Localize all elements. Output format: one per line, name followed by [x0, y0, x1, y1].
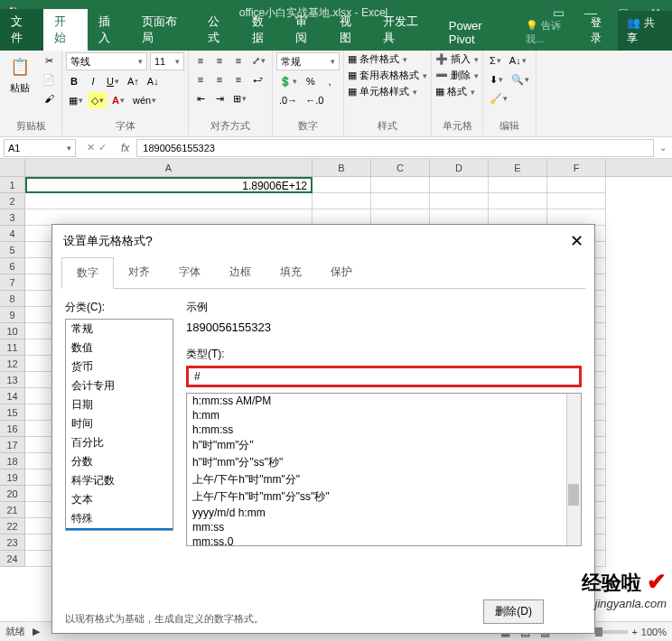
align-left-icon[interactable]: ≡ — [192, 71, 209, 88]
dlg-tab-protect[interactable]: 保护 — [316, 257, 367, 288]
zoom-in-icon[interactable]: + — [631, 627, 637, 637]
border-button[interactable]: ▦▾ — [66, 92, 86, 108]
tab-layout[interactable]: 页面布局 — [131, 9, 197, 51]
scrollbar-thumb[interactable] — [568, 484, 579, 506]
row-header[interactable]: 5 — [0, 242, 25, 258]
scrollbar[interactable] — [566, 394, 581, 545]
autosum-icon[interactable]: Σ▾ — [487, 52, 504, 69]
type-list-item[interactable]: 上午/下午h"时"mm"分"ss"秒" — [187, 488, 581, 506]
type-list-item[interactable]: mm:ss.0 — [187, 534, 581, 546]
row-header[interactable]: 6 — [0, 258, 25, 274]
font-size-combo[interactable]: 11▾ — [150, 52, 184, 70]
number-format-combo[interactable]: 常规▾ — [276, 52, 340, 70]
category-item[interactable]: 数值 — [66, 339, 173, 358]
dlg-tab-fill[interactable]: 填充 — [266, 257, 316, 288]
conditional-format-button[interactable]: ▦ 条件格式▾ — [348, 52, 427, 66]
wrap-text-icon[interactable]: ⮐ — [249, 71, 266, 88]
category-item[interactable]: 科学记数 — [66, 471, 173, 490]
name-box[interactable]: A1▾ — [4, 139, 76, 157]
dlg-tab-number[interactable]: 数字 — [61, 257, 114, 289]
category-item[interactable]: 分数 — [66, 452, 173, 471]
tab-powerpivot[interactable]: Power Pivot — [438, 14, 518, 51]
italic-button[interactable]: I — [85, 73, 101, 89]
orientation-icon[interactable]: ⤢▾ — [249, 52, 268, 69]
dlg-tab-border[interactable]: 边框 — [215, 257, 266, 288]
row-header[interactable]: 9 — [0, 307, 25, 323]
col-header-d[interactable]: D — [430, 159, 489, 176]
tab-data[interactable]: 数据 — [241, 9, 285, 51]
expand-formula-icon[interactable]: ⌄ — [654, 143, 672, 153]
align-middle-icon[interactable]: ≡ — [211, 52, 228, 69]
cell[interactable] — [25, 193, 313, 209]
decrease-decimal-icon[interactable]: ←.0 — [303, 92, 326, 108]
type-list-item[interactable]: h:mm:ss AM/PM — [187, 394, 581, 408]
row-header[interactable]: 3 — [0, 209, 25, 226]
category-item[interactable]: 文本 — [66, 490, 173, 509]
fill-icon[interactable]: ⬇▾ — [487, 71, 506, 88]
row-header[interactable]: 7 — [0, 274, 25, 291]
cell[interactable] — [371, 193, 430, 209]
fill-color-button[interactable]: ◇▾ — [89, 92, 107, 108]
accounting-format-icon[interactable]: 💲▾ — [276, 73, 300, 89]
share-button[interactable]: 👥 共享 — [618, 11, 672, 51]
type-list-item[interactable]: h"时"mm"分" — [187, 437, 581, 454]
row-header[interactable]: 15 — [0, 404, 25, 421]
category-item[interactable]: 时间 — [66, 414, 173, 433]
cell[interactable]: 1.89006E+12 — [25, 177, 313, 193]
row-header[interactable]: 13 — [0, 372, 25, 388]
row-header[interactable]: 8 — [0, 291, 25, 307]
align-bottom-icon[interactable]: ≡ — [230, 52, 247, 69]
category-item[interactable]: 会计专用 — [66, 376, 173, 395]
select-all-corner[interactable] — [0, 159, 25, 176]
cut-icon[interactable]: ✂ — [40, 52, 58, 69]
percent-icon[interactable]: % — [303, 73, 319, 89]
paste-button[interactable]: 📋 粘贴 — [4, 52, 36, 97]
type-list-item[interactable]: yyyy/m/d h:mm — [187, 506, 581, 520]
category-item[interactable]: 货币 — [66, 358, 173, 376]
cell-styles-button[interactable]: ▦ 单元格样式▾ — [348, 85, 427, 98]
row-header[interactable]: 23 — [0, 534, 25, 551]
tab-developer[interactable]: 开发工具 — [372, 9, 438, 51]
dialog-close-icon[interactable]: ✕ — [570, 231, 583, 251]
row-header[interactable]: 18 — [0, 453, 25, 469]
category-list[interactable]: 常规数值货币会计专用日期时间百分比分数科学记数文本特殊自定义 — [65, 319, 173, 531]
row-header[interactable]: 16 — [0, 421, 25, 437]
type-list-item[interactable]: 上午/下午h"时"mm"分" — [187, 471, 581, 488]
row-header[interactable]: 1 — [0, 177, 25, 193]
category-item[interactable]: 自定义 — [66, 528, 173, 531]
delete-cells-button[interactable]: ➖ 删除▾ — [435, 69, 479, 82]
tab-file[interactable]: 文件 — [0, 9, 43, 51]
cell[interactable] — [313, 193, 371, 209]
category-item[interactable]: 常规 — [66, 320, 173, 339]
enter-formula-icon[interactable]: ✓ — [98, 142, 107, 153]
increase-indent-icon[interactable]: ⇥ — [211, 90, 228, 107]
cell[interactable] — [430, 193, 489, 209]
cancel-formula-icon[interactable]: ✕ — [87, 142, 95, 153]
cell[interactable] — [489, 177, 547, 193]
sort-filter-icon[interactable]: A↓▾ — [507, 52, 529, 69]
type-list-item[interactable]: h:mm:ss — [187, 423, 581, 437]
dlg-tab-font[interactable]: 字体 — [164, 257, 215, 288]
tell-me[interactable]: 💡 告诉我... — [518, 14, 583, 51]
type-list-item[interactable]: h:mm — [187, 408, 581, 423]
format-painter-icon[interactable]: 🖌 — [40, 90, 58, 107]
font-color-button[interactable]: A▾ — [109, 92, 127, 108]
cell[interactable] — [489, 193, 547, 209]
find-icon[interactable]: 🔍▾ — [509, 71, 532, 88]
fx-icon[interactable]: fx — [114, 142, 136, 154]
align-right-icon[interactable]: ≡ — [230, 71, 247, 88]
table-format-button[interactable]: ▦ 套用表格格式▾ — [348, 69, 427, 82]
decrease-indent-icon[interactable]: ⇤ — [192, 90, 209, 107]
underline-button[interactable]: U▾ — [104, 73, 122, 89]
font-name-combo[interactable]: 等线▾ — [66, 52, 147, 70]
row-header[interactable]: 17 — [0, 437, 25, 453]
row-header[interactable]: 24 — [0, 551, 25, 567]
type-input[interactable] — [186, 366, 582, 387]
tab-view[interactable]: 视图 — [329, 9, 372, 51]
decrease-font-icon[interactable]: A↓ — [145, 73, 162, 89]
format-cells-button[interactable]: ▦ 格式▾ — [435, 85, 479, 98]
cell[interactable] — [547, 193, 606, 209]
type-list[interactable]: h:mm:ss AM/PMh:mmh:mm:ssh"时"mm"分"h"时"mm"… — [186, 393, 582, 546]
insert-cells-button[interactable]: ➕ 插入▾ — [435, 52, 479, 66]
row-header[interactable]: 14 — [0, 388, 25, 404]
